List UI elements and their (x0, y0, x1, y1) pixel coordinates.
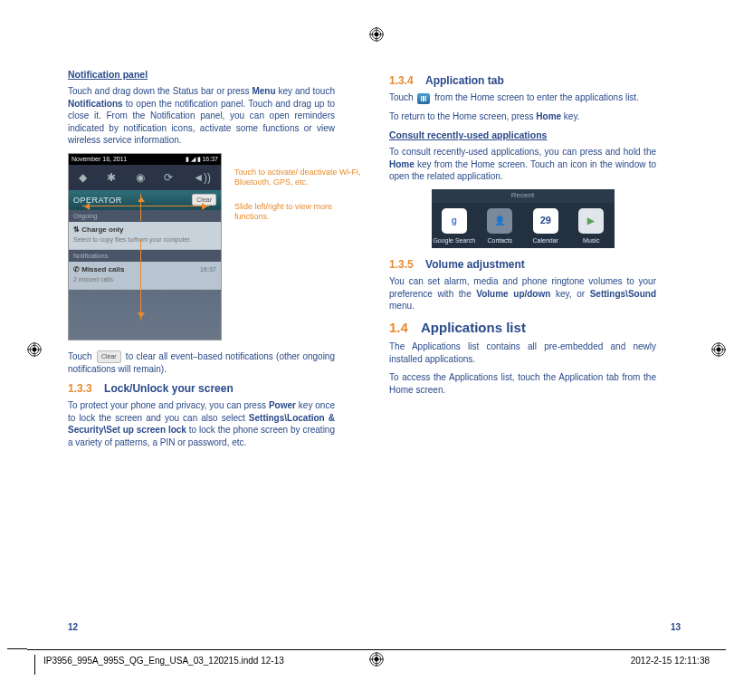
para-clear: Touch Clear to clear all event–based not… (68, 350, 335, 376)
section-title: Application tab (425, 74, 504, 87)
para-lock: To protect your phone and privacy, you c… (68, 399, 335, 448)
notifications-label: Notifications (69, 250, 221, 262)
recent-item-google: g Google Search (432, 203, 478, 248)
status-icons: ▮ ◢ ▮ 16:37 (186, 155, 218, 163)
footer-filename: IP3956_995A_995S_QG_Eng_USA_03_120215.in… (43, 656, 284, 666)
text: Touch (68, 351, 95, 361)
text: key. (561, 111, 579, 121)
bold-menu: Menu (252, 86, 275, 96)
quick-toggles: ◆ ✱ ◉ ⟳ ◄)) (69, 165, 221, 190)
crop-mark (7, 648, 27, 649)
bold-settings-sound: Settings\Sound (590, 289, 656, 299)
charge-title: Charge only (81, 225, 123, 234)
text: To protect your phone and privacy, you c… (68, 400, 269, 410)
section-number: 1.3.3 (68, 382, 92, 395)
footer-timestamp: 2012-2-15 12:11:38 (631, 656, 710, 666)
figure-recent-apps: Recent g Google Search 👤 Contacts 29 Cal… (432, 189, 615, 248)
svg-point-8 (717, 348, 721, 352)
operator-row: OPERATOR Clear (69, 190, 221, 210)
print-footer: IP3956_995A_995S_QG_Eng_USA_03_120215.in… (27, 649, 726, 677)
registration-mark-top (369, 27, 384, 42)
section-number: 1.3.5 (389, 258, 414, 271)
apps-grid-icon (417, 93, 430, 104)
text: To return to the Home screen, press (389, 111, 536, 121)
registration-mark-right (711, 342, 726, 357)
heading-1-3-3: 1.3.3 Lock/Unlock your screen (68, 381, 335, 396)
page-number-right: 13 (671, 622, 681, 632)
drag-arrow-icon (140, 239, 141, 321)
left-page: Notification panel Touch and drag down t… (68, 68, 335, 455)
recent-label: Music (568, 236, 615, 245)
registration-mark-left (27, 342, 42, 357)
row-missed-calls: ✆ Missed calls16:37 2 missed calls (69, 262, 221, 290)
page-number-left: 12 (68, 622, 78, 632)
gps-icon: ◉ (136, 170, 145, 185)
para-consult: To consult recently-used applications, y… (389, 146, 656, 183)
text: key from the Home screen. Touch an icon … (389, 159, 656, 182)
callout-arrow-icon (140, 194, 141, 221)
para-app-tab-2: To return to the Home screen, press Home… (389, 110, 656, 123)
ongoing-label: Ongoing (69, 210, 221, 222)
section-title: Applications list (421, 320, 526, 335)
phone-mock: November 18, 2011 ▮ ◢ ▮ 16:37 ◆ ✱ ◉ ⟳ ◄)… (68, 153, 222, 340)
section-number: 1.4 (389, 320, 408, 335)
clear-chip-inline: Clear (97, 350, 121, 362)
recent-title: Recent (432, 189, 615, 203)
bold-home: Home (536, 111, 561, 121)
heading-1-4: 1.4 Applications list (389, 319, 656, 337)
para-apps-list-2: To access the Applications list, touch t… (389, 371, 656, 396)
bold-volume: Volume up/down (476, 289, 550, 299)
bold-notifications: Notifications (68, 99, 123, 109)
callout-slide: Slide left/right to view more functions. (234, 202, 361, 223)
bluetooth-icon: ✱ (107, 170, 116, 185)
missed-time: 16:37 (200, 265, 216, 273)
section-title: Volume adjustment (425, 258, 525, 271)
recent-item-contacts: 👤 Contacts (477, 203, 523, 248)
status-bar: November 18, 2011 ▮ ◢ ▮ 16:37 (69, 154, 221, 165)
text: menu. (389, 301, 415, 311)
missed-sub: 2 missed calls (73, 276, 113, 283)
para-volume: You can set alarm, media and phone ringt… (389, 275, 656, 312)
heading-consult-recent: Consult recently-used applications (389, 129, 656, 141)
heading-1-3-5: 1.3.5 Volume adjustment (389, 257, 656, 272)
contacts-icon: 👤 (487, 208, 512, 234)
recent-label: Google Search (432, 236, 478, 245)
para-apps-list-1: The Applications list contains all pre-e… (389, 340, 656, 365)
charge-sub: Select to copy files to/from your comput… (73, 236, 191, 243)
recent-label: Calendar (523, 236, 569, 245)
svg-point-11 (375, 657, 379, 662)
calendar-icon: 29 (533, 208, 558, 234)
recent-label: Contacts (477, 236, 523, 245)
section-number: 1.3.4 (389, 74, 414, 87)
text: from the Home screen to enter the applic… (432, 92, 638, 102)
slide-arrow-icon (82, 206, 209, 206)
svg-point-5 (33, 348, 37, 352)
callout-activate: Touch to activate/ deactivate Wi-Fi, Blu… (234, 168, 361, 188)
heading-1-3-4: 1.3.4 Application tab (389, 73, 656, 88)
heading-notification-panel: Notification panel (68, 68, 335, 81)
row-charge-only: ⇅ Charge only Select to copy files to/fr… (69, 222, 221, 250)
wifi-icon: ◆ (79, 170, 87, 185)
text: To consult recently-used applications, y… (389, 147, 656, 157)
text: Touch and drag down the Status bar or pr… (68, 86, 252, 96)
recent-item-calendar: 29 Calendar (523, 203, 569, 248)
svg-point-2 (375, 33, 379, 37)
recent-item-music: ▶ Music (568, 203, 615, 248)
google-icon: g (442, 208, 467, 234)
registration-mark-bottom (369, 652, 384, 666)
para-notif-panel: Touch and drag down the Status bar or pr… (68, 85, 335, 147)
right-page: 1.3.4 Application tab Touch from the Hom… (389, 68, 656, 402)
status-date: November 18, 2011 (71, 155, 127, 163)
sync-icon: ⟳ (164, 170, 173, 185)
bold-power: Power (269, 400, 296, 410)
section-title: Lock/Unlock your screen (104, 382, 234, 395)
bold-home: Home (389, 159, 415, 169)
text: key and touch (276, 86, 335, 96)
para-app-tab-1: Touch from the Home screen to enter the … (389, 91, 656, 104)
missed-title: Missed calls (81, 265, 124, 273)
text: Touch (389, 92, 415, 102)
sound-icon: ◄)) (193, 170, 211, 185)
figure-notification-panel: November 18, 2011 ▮ ◢ ▮ 16:37 ◆ ✱ ◉ ⟳ ◄)… (68, 153, 335, 343)
text: key, or (550, 289, 589, 299)
music-icon: ▶ (578, 208, 604, 234)
